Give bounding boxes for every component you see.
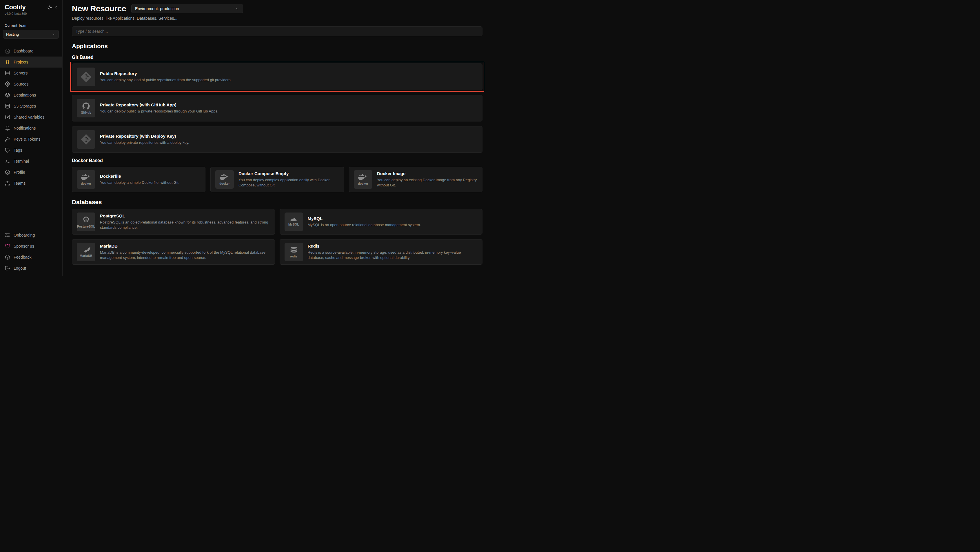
sidebar-item-label: Projects bbox=[14, 60, 29, 64]
version-selector-icon[interactable] bbox=[54, 5, 58, 9]
mariadb-logo-icon bbox=[81, 247, 91, 253]
card-description: You can deploy an existing Docker Image … bbox=[377, 177, 482, 188]
sidebar-item-label: Feedback bbox=[14, 255, 31, 260]
git-logo-icon bbox=[80, 134, 92, 145]
sidebar-header: Coolify bbox=[0, 3, 62, 11]
card-docker-image[interactable]: docker Docker Image You can deploy an ex… bbox=[349, 167, 482, 192]
mysql-logo-icon bbox=[289, 217, 299, 222]
team-select[interactable]: Hosting bbox=[3, 30, 59, 38]
sidebar-item-destinations[interactable]: Destinations bbox=[0, 89, 62, 101]
card-title: Docker Compose Empty bbox=[239, 171, 344, 176]
docker-logo: docker bbox=[77, 170, 95, 189]
home-icon bbox=[5, 48, 10, 54]
postgresql-logo-text: PostgreSQL bbox=[77, 225, 95, 228]
card-description: PostgreSQL is an object-relational datab… bbox=[100, 220, 275, 230]
git-based-card-list: Public Repository You can deploy any kin… bbox=[72, 64, 482, 153]
card-dockerfile[interactable]: docker Dockerfile You can deploy a simpl… bbox=[72, 167, 205, 192]
card-postgresql[interactable]: PostgreSQL PostgreSQL PostgreSQL is an o… bbox=[72, 209, 275, 235]
card-mysql[interactable]: MySQL MySQL MySQL is an open-source rela… bbox=[280, 209, 483, 235]
github-logo-text: GitHub bbox=[81, 111, 91, 114]
mysql-logo-text: MySQL bbox=[288, 223, 299, 226]
sidebar-item-tags[interactable]: Tags bbox=[0, 145, 62, 156]
card-private-repository-deploy-key[interactable]: Private Repository (with Deploy Key) You… bbox=[72, 126, 482, 153]
redis-logo: redis bbox=[285, 242, 303, 261]
environment-select[interactable]: Environment: production bbox=[131, 4, 243, 13]
sidebar-item-projects[interactable]: Projects bbox=[0, 57, 62, 67]
sidebar-item-logout[interactable]: Logout bbox=[0, 263, 62, 274]
current-team-label: Current Team bbox=[0, 23, 62, 27]
sidebar-item-teams[interactable]: Teams bbox=[0, 178, 62, 189]
main-content: New Resource Environment: production Dep… bbox=[63, 0, 490, 276]
card-mariadb[interactable]: MariaDB MariaDB MariaDB is a community-d… bbox=[72, 239, 275, 265]
user-icon bbox=[5, 169, 10, 175]
sidebar-item-shared-variables[interactable]: Shared Variables bbox=[0, 112, 62, 123]
sidebar-footer: Onboarding Sponsor us Feedback Logout bbox=[0, 230, 62, 276]
search-input[interactable] bbox=[72, 26, 482, 36]
card-description: You can deploy private repositories with… bbox=[100, 140, 194, 145]
tag-icon bbox=[5, 147, 10, 153]
github-logo: GitHub bbox=[77, 99, 95, 117]
terminal-icon bbox=[5, 158, 10, 164]
sidebar-item-dashboard[interactable]: Dashboard bbox=[0, 46, 62, 57]
card-redis[interactable]: redis Redis Redis is a source-available,… bbox=[280, 239, 483, 265]
card-title: Public Repository bbox=[100, 71, 236, 76]
subsection-git-based-title: Git Based bbox=[72, 55, 482, 60]
card-body: Docker Image You can deploy an existing … bbox=[377, 171, 482, 188]
card-docker-compose-empty[interactable]: docker Docker Compose Empty You can depl… bbox=[210, 167, 344, 192]
card-title: MySQL bbox=[308, 216, 426, 221]
team-select-value: Hosting bbox=[6, 32, 19, 37]
card-private-repository-github-app[interactable]: GitHub Private Repository (with GitHub A… bbox=[72, 95, 482, 121]
card-title: Private Repository (with GitHub App) bbox=[100, 102, 223, 107]
sidebar-item-sponsor-us[interactable]: Sponsor us bbox=[0, 241, 62, 252]
theme-toggle-sun-icon[interactable] bbox=[47, 5, 52, 10]
sidebar-item-label: Servers bbox=[14, 71, 27, 75]
sidebar-item-label: Keys & Tokens bbox=[14, 137, 40, 142]
sidebar-item-servers[interactable]: Servers bbox=[0, 67, 62, 78]
logout-icon bbox=[5, 265, 10, 271]
card-description: MySQL is an open-source relational datab… bbox=[308, 222, 426, 228]
card-description: You can deploy any kind of public reposi… bbox=[100, 77, 236, 83]
sidebar-item-profile[interactable]: Profile bbox=[0, 167, 62, 178]
help-icon bbox=[5, 254, 10, 260]
git-logo bbox=[77, 130, 95, 149]
docker-logo-icon bbox=[358, 174, 368, 181]
app-logo[interactable]: Coolify bbox=[5, 3, 25, 11]
section-applications-title: Applications bbox=[72, 43, 482, 49]
git-icon bbox=[5, 81, 10, 87]
card-body: MySQL MySQL is an open-source relational… bbox=[308, 216, 426, 228]
card-description: Redis is a source-available, in-memory s… bbox=[308, 250, 482, 260]
sidebar-item-label: Notifications bbox=[14, 126, 36, 131]
sidebar-item-feedback[interactable]: Feedback bbox=[0, 252, 62, 263]
card-body: Public Repository You can deploy any kin… bbox=[100, 71, 236, 83]
sidebar-item-s3-storages[interactable]: S3 Storages bbox=[0, 101, 62, 112]
docker-logo: docker bbox=[354, 170, 372, 189]
databases-card-grid: PostgreSQL PostgreSQL PostgreSQL is an o… bbox=[72, 209, 482, 265]
postgresql-logo-icon bbox=[82, 216, 90, 224]
sidebar-item-notifications[interactable]: Notifications bbox=[0, 123, 62, 134]
environment-select-value: Environment: production bbox=[135, 6, 179, 11]
card-body: Dockerfile You can deploy a simple Docke… bbox=[100, 174, 184, 185]
card-title: Docker Image bbox=[377, 171, 482, 176]
card-body: Docker Compose Empty You can deploy comp… bbox=[239, 171, 344, 188]
git-logo bbox=[77, 67, 95, 86]
sidebar-item-label: Tags bbox=[14, 148, 22, 153]
card-body: PostgreSQL PostgreSQL is an object-relat… bbox=[100, 214, 275, 230]
card-title: Redis bbox=[308, 244, 482, 249]
users-icon bbox=[5, 180, 10, 186]
sidebar-item-keys-tokens[interactable]: Keys & Tokens bbox=[0, 134, 62, 145]
highlighted-card-wrapper: Public Repository You can deploy any kin… bbox=[72, 64, 482, 90]
sidebar-item-onboarding[interactable]: Onboarding bbox=[0, 230, 62, 241]
card-body: MariaDB MariaDB is a community-developed… bbox=[100, 244, 275, 260]
app-window: Coolify v4.0.0-beta.399 Current Team Hos… bbox=[0, 0, 490, 276]
github-logo-icon bbox=[82, 102, 90, 110]
sidebar-item-label: Profile bbox=[14, 170, 25, 174]
docker-based-card-grid: docker Dockerfile You can deploy a simpl… bbox=[72, 167, 482, 192]
bell-icon bbox=[5, 125, 10, 131]
docker-logo-text: docker bbox=[81, 182, 91, 185]
sidebar-item-terminal[interactable]: Terminal bbox=[0, 156, 62, 167]
card-public-repository[interactable]: Public Repository You can deploy any kin… bbox=[72, 64, 482, 90]
card-title: MariaDB bbox=[100, 244, 275, 249]
docker-logo-text: docker bbox=[220, 182, 230, 185]
sidebar-item-sources[interactable]: Sources bbox=[0, 78, 62, 89]
docker-logo-icon bbox=[81, 174, 91, 181]
